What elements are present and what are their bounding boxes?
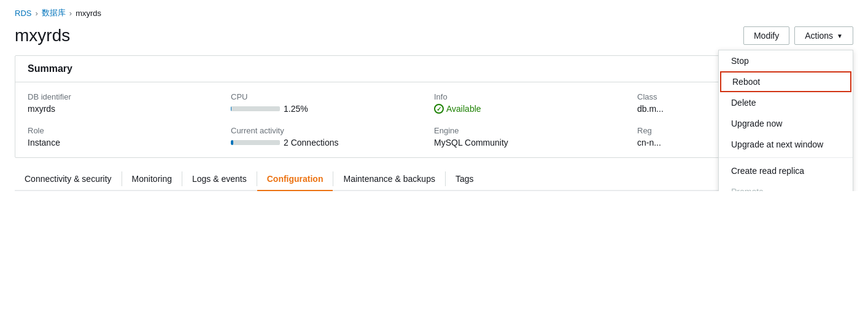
page-header: mxyrds Modify Actions ▼ Stop Reboot Dele…: [0, 23, 868, 55]
cpu-value: 1.25%: [284, 104, 308, 114]
activity-progress-fill: [231, 140, 233, 145]
summary-cell-role: Role Instance: [28, 126, 231, 147]
activity-label: Current activity: [231, 126, 424, 135]
activity-value: 2 Connections: [284, 138, 339, 147]
cpu-label: CPU: [231, 92, 424, 101]
dropdown-item-upgrade-now[interactable]: Upgrade now: [719, 113, 853, 134]
dropdown-item-upgrade-next[interactable]: Upgrade at next window: [719, 134, 853, 155]
activity-progress-container: 2 Connections: [231, 138, 424, 147]
dropdown-item-delete[interactable]: Delete: [719, 92, 853, 113]
available-icon: [434, 104, 444, 114]
activity-progress-bar: [231, 140, 280, 145]
tab-monitoring[interactable]: Monitoring: [122, 168, 182, 191]
info-label: Info: [434, 92, 627, 101]
actions-label: Actions: [805, 31, 833, 41]
breadcrumb-current: mxyrds: [76, 9, 101, 18]
breadcrumb-sep-2: ›: [69, 9, 72, 18]
cpu-progress-bar: [231, 106, 280, 111]
available-text: Available: [446, 104, 481, 114]
role-label: Role: [28, 126, 221, 135]
dropdown-item-reboot[interactable]: Reboot: [720, 71, 851, 92]
dropdown-divider: [719, 157, 853, 158]
summary-cell-cpu: CPU 1.25%: [231, 92, 434, 114]
tab-configuration[interactable]: Configuration: [257, 168, 333, 191]
dropdown-item-stop[interactable]: Stop: [719, 50, 853, 71]
engine-label: Engine: [434, 126, 627, 135]
breadcrumb-rds[interactable]: RDS: [15, 9, 31, 18]
cpu-progress-fill: [231, 106, 231, 111]
tab-connectivity[interactable]: Connectivity & security: [15, 168, 122, 191]
engine-value: MySQL Community: [434, 138, 627, 147]
dropdown-arrow-icon: ▼: [837, 33, 843, 39]
modify-button[interactable]: Modify: [743, 26, 789, 45]
summary-cell-engine: Engine MySQL Community: [434, 126, 637, 147]
actions-dropdown-menu: Stop Reboot Delete Upgrade now Upgrade a…: [718, 50, 853, 191]
summary-cell-db-identifier-label: DB identifier mxyrds: [28, 92, 231, 114]
dropdown-item-promote: Promote: [719, 181, 853, 191]
page-title: mxyrds: [15, 26, 70, 45]
summary-cell-activity: Current activity 2 Connections: [231, 126, 434, 147]
cpu-progress-container: 1.25%: [231, 104, 424, 114]
role-value: Instance: [28, 138, 221, 147]
breadcrumb-sep-1: ›: [35, 9, 37, 18]
info-value: Available: [434, 104, 627, 114]
dropdown-item-create-replica[interactable]: Create read replica: [719, 160, 853, 181]
db-identifier-value: mxyrds: [28, 104, 221, 114]
tab-maintenance[interactable]: Maintenance & backups: [333, 168, 444, 191]
tab-tags[interactable]: Tags: [446, 168, 484, 191]
tab-logs[interactable]: Logs & events: [182, 168, 257, 191]
actions-button[interactable]: Actions ▼: [794, 26, 853, 45]
breadcrumb: RDS › 数据库 › mxyrds: [0, 0, 868, 23]
breadcrumb-databases[interactable]: 数据库: [42, 7, 66, 18]
header-actions: Modify Actions ▼ Stop Reboot Delete Upgr…: [743, 26, 853, 45]
summary-cell-info: Info Available: [434, 92, 637, 114]
db-identifier-label: DB identifier: [28, 92, 221, 101]
